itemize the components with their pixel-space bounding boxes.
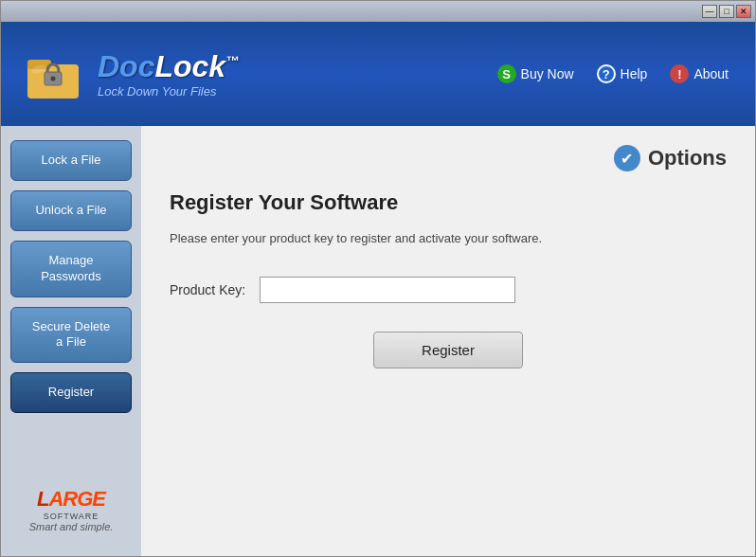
buy-label: Buy Now xyxy=(521,66,574,81)
buy-icon: S xyxy=(497,64,516,83)
logo-text: DocLock™ Lock Down Your Files xyxy=(98,49,239,99)
options-header: ✔ Options xyxy=(170,145,727,171)
options-check-icon: ✔ xyxy=(614,145,640,171)
register-action-button[interactable]: Register xyxy=(373,332,523,368)
register-button-wrap: Register xyxy=(170,332,727,368)
close-button[interactable]: ✕ xyxy=(736,5,751,18)
sidebar-logo: LARGE SOFTWARE Smart and simple. xyxy=(10,477,132,542)
main-area: Lock a File Unlock a File ManagePassword… xyxy=(1,126,755,556)
header-nav: S Buy Now ? Help ! About xyxy=(490,61,736,87)
sidebar-secure-delete[interactable]: Secure Deletea File xyxy=(10,307,132,364)
sidebar-manage-passwords[interactable]: ManagePasswords xyxy=(10,241,132,297)
product-key-row: Product Key: xyxy=(170,277,727,303)
app-tagline: Lock Down Your Files xyxy=(98,84,239,99)
sidebar-unlock-file[interactable]: Unlock a File xyxy=(10,190,132,231)
app-logo-icon xyxy=(20,41,86,107)
product-key-label: Product Key: xyxy=(170,282,245,297)
help-button[interactable]: ? Help xyxy=(589,61,656,87)
app-name: DocLock™ xyxy=(98,49,239,84)
buy-now-button[interactable]: S Buy Now xyxy=(490,61,582,87)
about-label: About xyxy=(693,66,729,81)
options-label: Options xyxy=(648,146,727,171)
minimize-button[interactable]: — xyxy=(702,5,717,18)
help-label: Help xyxy=(621,66,648,81)
register-description: Please enter your product key to registe… xyxy=(170,229,727,248)
main-window: — □ ✕ xyxy=(0,0,756,557)
large-software-logo: LARGE xyxy=(10,487,132,512)
smart-simple: Smart and simple. xyxy=(10,521,132,532)
sidebar: Lock a File Unlock a File ManagePassword… xyxy=(1,126,141,556)
about-icon: ! xyxy=(670,64,689,83)
product-key-input[interactable] xyxy=(260,277,515,303)
about-button[interactable]: ! About xyxy=(662,61,736,87)
sidebar-lock-file[interactable]: Lock a File xyxy=(10,140,132,181)
register-title: Register Your Software xyxy=(170,190,727,215)
content-panel: ✔ Options Register Your Software Please … xyxy=(141,126,755,556)
help-icon: ? xyxy=(597,64,616,83)
svg-point-3 xyxy=(51,77,56,81)
sidebar-buttons: Lock a File Unlock a File ManagePassword… xyxy=(10,140,132,413)
sidebar-register[interactable]: Register xyxy=(10,372,132,413)
large-rest: ARGE xyxy=(48,487,105,511)
maximize-button[interactable]: □ xyxy=(719,5,734,18)
large-l: L xyxy=(37,487,48,511)
app-header: DocLock™ Lock Down Your Files S Buy Now … xyxy=(1,22,755,126)
large-sub: SOFTWARE xyxy=(10,512,132,521)
window-controls: — □ ✕ xyxy=(702,5,751,18)
logo-area: DocLock™ Lock Down Your Files xyxy=(20,41,239,107)
title-bar: — □ ✕ xyxy=(1,1,755,22)
